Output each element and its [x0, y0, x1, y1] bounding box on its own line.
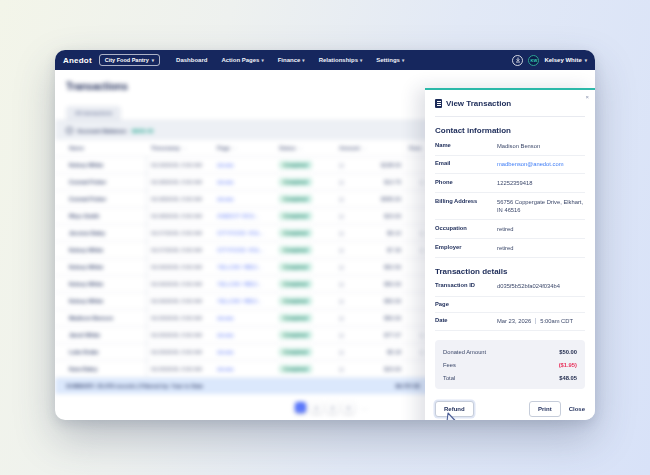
balance-value[interactable]: $908.43	[132, 128, 154, 134]
sort-icon[interactable]: ↑↓	[362, 146, 367, 151]
page-button-1[interactable]: 1	[295, 402, 306, 413]
info-row: Phone 12252359418	[435, 174, 585, 193]
row-page-link[interactable]: ANEDOT: ROU...	[213, 213, 275, 219]
row-page-link[interactable]: YELLOW: HBDJ...	[213, 298, 275, 304]
print-button[interactable]: Print	[529, 401, 561, 417]
row-page-link[interactable]: YELLOW: HBDJ...	[213, 264, 275, 270]
nav-menu: Dashboard Action Pages ▾ Finance ▾ Relat…	[176, 57, 404, 63]
info-row: Date Mar 23, 20265:00am CDT	[435, 313, 585, 332]
totals-row: Donated Amount $50.00	[443, 345, 577, 358]
receipt-icon: ▤	[339, 162, 344, 168]
receipt-icon: ▤	[339, 298, 344, 304]
receipt-icon: ▤	[339, 247, 344, 253]
row-timestamp: 01/17/2026, 5:00 AM	[147, 247, 213, 253]
nav-item-dashboard[interactable]: Dashboard	[176, 57, 207, 63]
row-status: Completed	[275, 212, 335, 220]
column-header[interactable]: Page↑↓	[213, 145, 275, 151]
row-page-link[interactable]: donate	[213, 366, 275, 372]
anedot-logo: Anedot	[63, 56, 92, 65]
tab-all-transactions[interactable]: All transactions	[66, 106, 121, 120]
summary-text: SUMMARY: 25,478 records | Filtered by: Y…	[66, 383, 203, 389]
panel-header: View Transaction	[435, 99, 585, 117]
row-amount: ▤ $50.00	[335, 315, 405, 321]
column-header[interactable]: Name	[65, 145, 147, 151]
receipt-icon: ▤	[339, 196, 344, 202]
row-status: Completed	[275, 297, 335, 305]
row-page-link[interactable]: donate	[213, 162, 275, 168]
org-selector[interactable]: City Food Pantry ▾	[99, 54, 160, 66]
row-status: Completed	[275, 246, 335, 254]
row-amount: ▤ $23.00	[335, 213, 405, 219]
info-value: d035f5b52bfa024f034b4	[497, 282, 585, 291]
avatar[interactable]: KW	[528, 55, 539, 66]
column-header[interactable]: Amount↑↓	[335, 145, 405, 151]
row-timestamp: 01/15/2026, 5:00 AM	[147, 332, 213, 338]
nav-item-relationships[interactable]: Relationships ▾	[319, 57, 363, 63]
row-page-link[interactable]: donate	[213, 179, 275, 185]
close-button[interactable]: Close	[569, 406, 585, 412]
row-page-link[interactable]: donate	[213, 196, 275, 202]
contact-heading: Contact information	[435, 126, 585, 135]
info-value: retired	[497, 225, 585, 234]
row-page-link[interactable]: YELLOW: HBDJ...	[213, 281, 275, 287]
nav-item-settings[interactable]: Settings ▾	[376, 57, 404, 63]
nav-item-finance[interactable]: Finance ▾	[278, 57, 305, 63]
row-name: Conrad Fisher	[65, 174, 147, 190]
info-row: Email madbenson@anedot.com	[435, 156, 585, 175]
info-label: Page	[435, 301, 497, 307]
navbar-right: KW Kelsey White ▾	[512, 55, 587, 66]
receipt-icon: ▤	[339, 179, 344, 185]
balance-icon	[66, 127, 73, 134]
row-amount: ▤ $52.50	[335, 264, 405, 270]
row-name: Kelsey White	[65, 157, 147, 173]
row-status: Completed	[275, 314, 335, 322]
info-label: Name	[435, 142, 497, 151]
download-icon[interactable]	[512, 55, 523, 66]
app-window: Anedot City Food Pantry ▾ Dashboard Acti…	[55, 50, 595, 420]
top-navbar: Anedot City Food Pantry ▾ Dashboard Acti…	[55, 50, 595, 70]
row-timestamp: 01/18/2026, 5:00 AM	[147, 196, 213, 202]
row-page-link[interactable]: donate	[213, 315, 275, 321]
row-status: Completed	[275, 161, 335, 169]
row-timestamp: 01/16/2026, 5:00 AM	[147, 264, 213, 270]
info-label: Transaction ID	[435, 282, 497, 291]
page-button-2[interactable]: 2	[311, 402, 322, 413]
column-header[interactable]: Status↑↓	[275, 145, 335, 151]
row-status: Completed	[275, 195, 335, 203]
row-page-link[interactable]: donate	[213, 349, 275, 355]
sort-icon[interactable]: ↑↓	[298, 146, 303, 151]
receipt-icon: ▤	[339, 281, 344, 287]
contact-info-list: Name Madison Benson Email madbenson@aned…	[435, 137, 585, 258]
info-value	[497, 301, 585, 307]
page-button-…: …	[359, 402, 370, 413]
divider	[535, 318, 536, 324]
row-page-link[interactable]: CITYFOOD: HOL...	[213, 230, 275, 236]
nav-item-action-pages[interactable]: Action Pages ▾	[221, 57, 263, 63]
view-transaction-panel: × View Transaction Contact information N…	[425, 88, 595, 420]
info-row: Occupation retired	[435, 220, 585, 239]
row-amount: ▤ $595.00	[335, 196, 405, 202]
page-button-3[interactable]: 3	[327, 402, 338, 413]
row-timestamp: 01/16/2026, 5:00 AM	[147, 281, 213, 287]
row-page-link[interactable]: CITYFOOD: HOL...	[213, 247, 275, 253]
page-button-4[interactable]: 4	[343, 402, 354, 413]
email-link[interactable]: madbenson@anedot.com	[497, 160, 585, 169]
sort-icon[interactable]: ↑↓	[232, 146, 237, 151]
receipt-icon: ▤	[339, 230, 344, 236]
chevron-down-icon: ▾	[261, 58, 263, 63]
row-status: Completed	[275, 178, 335, 186]
chevron-down-icon: ▾	[152, 58, 154, 63]
close-icon[interactable]: ×	[585, 94, 589, 100]
info-label: Email	[435, 160, 497, 169]
sort-icon[interactable]: ↑↓	[182, 146, 187, 151]
row-name: Conrad Fisher	[65, 191, 147, 207]
row-timestamp: 01/19/2026, 5:00 AM	[147, 162, 213, 168]
chevron-down-icon: ▾	[402, 58, 404, 63]
info-row: Transaction ID d035f5b52bfa024f034b4	[435, 278, 585, 297]
column-header[interactable]: Timestamp↑↓	[147, 145, 213, 151]
row-amount: ▤ $50.00	[335, 281, 405, 287]
info-label: Phone	[435, 179, 497, 188]
row-page-link[interactable]: donate	[213, 332, 275, 338]
row-status: Completed	[275, 229, 335, 237]
user-menu[interactable]: Kelsey White ▾	[544, 57, 587, 63]
